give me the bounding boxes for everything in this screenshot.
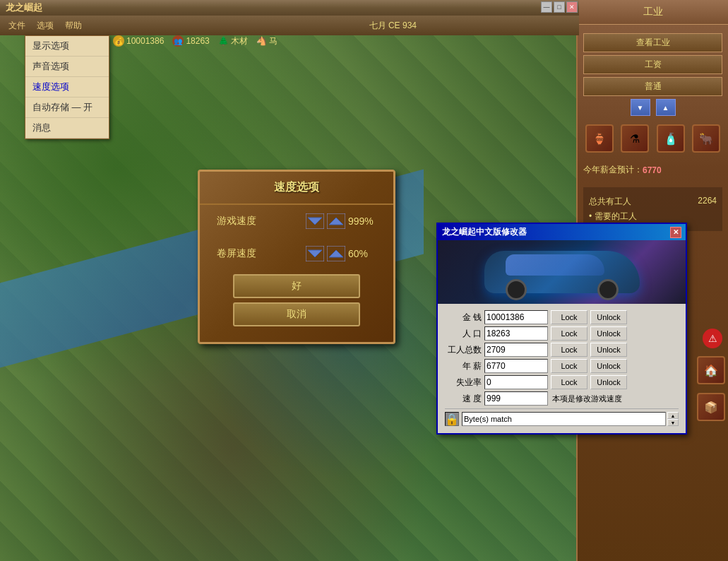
needed-workers-label: • 需要的工人 xyxy=(589,211,637,223)
coin-value: 10001386 xyxy=(126,36,164,46)
spin-up-btn[interactable]: ▲ xyxy=(667,412,679,419)
spin-buttons: ▲ ▼ xyxy=(667,412,679,426)
menu-auto-save[interactable]: 自动存储 — 开 xyxy=(25,98,109,118)
unemployment-label: 失业率 xyxy=(445,377,482,389)
scroll-speed-up[interactable] xyxy=(327,246,345,261)
cheat-window: 龙之崛起中文版修改器 ✕ 金 钱 Lock Unlock 人 口 Lock Un… xyxy=(436,223,687,435)
confirm-button[interactable]: 好 xyxy=(233,274,360,298)
window-controls: — □ ✕ xyxy=(541,1,578,13)
scroll-speed-value: 60% xyxy=(348,248,376,259)
svg-marker-6 xyxy=(329,250,343,257)
speed-dialog-title: 速度选项 xyxy=(200,172,393,205)
cheat-row-money: 金 钱 Lock Unlock xyxy=(445,310,679,324)
resource-icon-3[interactable]: 🧴 xyxy=(657,124,685,153)
population-label: 人 口 xyxy=(445,328,482,340)
resource-icon-1[interactable]: 🏺 xyxy=(585,124,614,153)
cheat-car-image xyxy=(438,240,686,304)
menu-file[interactable]: 文件 xyxy=(3,18,31,33)
game-speed-down[interactable] xyxy=(306,213,324,229)
coin-resource: 💰 10001386 xyxy=(113,35,164,47)
speed-note: 本项是修改游戏速度 xyxy=(552,394,622,404)
industry-controls: ▼ ▲ xyxy=(583,99,722,116)
money-lock-btn[interactable]: Lock xyxy=(551,310,587,324)
horse-label: 马 xyxy=(269,35,278,47)
game-speed-up[interactable] xyxy=(327,213,345,229)
resource-icon-2[interactable]: ⚗ xyxy=(621,124,649,153)
game-speed-controls: 999% xyxy=(306,213,376,229)
cheat-row-workers: 工人总数 Lock Unlock xyxy=(445,343,679,357)
menu-help[interactable]: 帮助 xyxy=(59,18,88,33)
wood-label: 木材 xyxy=(231,35,248,47)
game-speed-value: 999% xyxy=(348,215,376,227)
maximize-button[interactable]: □ xyxy=(554,1,565,13)
workers-input[interactable] xyxy=(484,343,548,357)
minimize-button[interactable]: — xyxy=(541,1,552,13)
population-input[interactable] xyxy=(484,326,548,341)
unemployment-lock-btn[interactable]: Lock xyxy=(551,375,587,389)
view-industry-btn[interactable]: 查看工业 xyxy=(583,33,722,52)
salary-unlock-btn[interactable]: Unlock xyxy=(590,359,627,373)
money-unlock-btn[interactable]: Unlock xyxy=(590,310,627,324)
money-label: 金 钱 xyxy=(445,312,482,324)
industry-title: 工业 xyxy=(578,0,728,25)
scroll-speed-row: 卷屏速度 60% xyxy=(200,237,393,270)
workers-lock-btn[interactable]: Lock xyxy=(551,343,587,357)
money-input[interactable] xyxy=(484,310,548,324)
population-lock-btn[interactable]: Lock xyxy=(551,326,587,341)
car-wheel-left xyxy=(506,279,527,300)
side-icon-1[interactable]: 🏠 xyxy=(697,356,725,384)
byte-match-input[interactable] xyxy=(462,412,666,426)
unemployment-unlock-btn[interactable]: Unlock xyxy=(590,375,627,389)
menu-options[interactable]: 选项 xyxy=(31,18,59,33)
menu-messages[interactable]: 消息 xyxy=(25,118,109,138)
date-display: 七月 CE 934 xyxy=(369,16,417,35)
coin-icon: 💰 xyxy=(113,35,124,47)
car-shape xyxy=(484,251,640,293)
svg-marker-2 xyxy=(329,218,343,225)
cheat-close-button[interactable]: ✕ xyxy=(670,227,681,238)
wood-resource: 🌲 木材 xyxy=(218,35,248,47)
resource-icon-4[interactable]: 🐂 xyxy=(692,124,720,153)
lock-icon: 🔒 xyxy=(445,412,459,426)
speed-input[interactable] xyxy=(484,391,548,406)
speed-label: 速 度 xyxy=(445,393,482,405)
spin-down-btn[interactable]: ▼ xyxy=(667,419,679,426)
workers-unlock-btn[interactable]: Unlock xyxy=(590,343,627,357)
svg-marker-0 xyxy=(308,218,322,225)
menu-sound-options[interactable]: 声音选项 xyxy=(25,57,109,77)
pop-resource: 👥 18263 xyxy=(172,35,209,47)
level-btn[interactable]: 普通 xyxy=(583,77,722,96)
cancel-button[interactable]: 取消 xyxy=(233,302,360,326)
scroll-speed-label: 卷屏速度 xyxy=(217,247,256,260)
salary-label2: 年 薪 xyxy=(445,360,482,372)
dropdown-menu: 显示选项 声音选项 速度选项 自动存储 — 开 消息 xyxy=(25,35,109,139)
month-label: 七月 xyxy=(369,20,386,32)
menu-bar: 文件 选项 帮助 💰 10001386 👥 18263 🌲 木材 🐴 马 七月 … xyxy=(0,16,579,35)
industry-panel: 查看工业 工资 普通 ▼ ▲ 🏺 ⚗ 🧴 🐂 今年薪金预计： 6770 总共有工… xyxy=(578,25,728,237)
cheat-bottom: 🔒 ▲ ▼ xyxy=(445,408,679,429)
cheat-body: 金 钱 Lock Unlock 人 口 Lock Unlock 工人总数 Loc… xyxy=(438,304,686,433)
menu-speed-options[interactable]: 速度选项 xyxy=(25,77,109,98)
salary-input[interactable] xyxy=(484,359,548,373)
era-label: CE xyxy=(388,20,400,30)
arrow-up-btn[interactable]: ▲ xyxy=(656,99,676,116)
cheat-row-speed: 速 度 本项是修改游戏速度 xyxy=(445,391,679,406)
population-unlock-btn[interactable]: Unlock xyxy=(590,326,627,341)
salary-lock-btn[interactable]: Lock xyxy=(551,359,587,373)
salary-value: 6770 xyxy=(643,165,662,175)
horse-resource: 🐴 马 xyxy=(256,35,278,47)
arrow-down-btn[interactable]: ▼ xyxy=(631,99,650,116)
side-icon-2[interactable]: 📦 xyxy=(697,393,725,421)
unemployment-input[interactable] xyxy=(484,375,548,389)
scroll-speed-down[interactable] xyxy=(306,246,324,261)
window-title: 龙之崛起 xyxy=(6,1,42,14)
menu-display-options[interactable]: 显示选项 xyxy=(25,36,109,57)
game-speed-row: 游戏速度 999% xyxy=(200,205,393,237)
close-button[interactable]: ✕ xyxy=(566,1,578,13)
resource-bar: 💰 10001386 👥 18263 🌲 木材 🐴 马 xyxy=(113,31,278,51)
cheat-titlebar: 龙之崛起中文版修改器 ✕ xyxy=(438,224,686,240)
salary-row: 今年薪金预计： 6770 xyxy=(583,161,722,179)
wage-btn[interactable]: 工资 xyxy=(583,55,722,74)
cheat-row-salary: 年 薪 Lock Unlock xyxy=(445,359,679,373)
alert-icon[interactable]: ⚠ xyxy=(703,329,722,348)
